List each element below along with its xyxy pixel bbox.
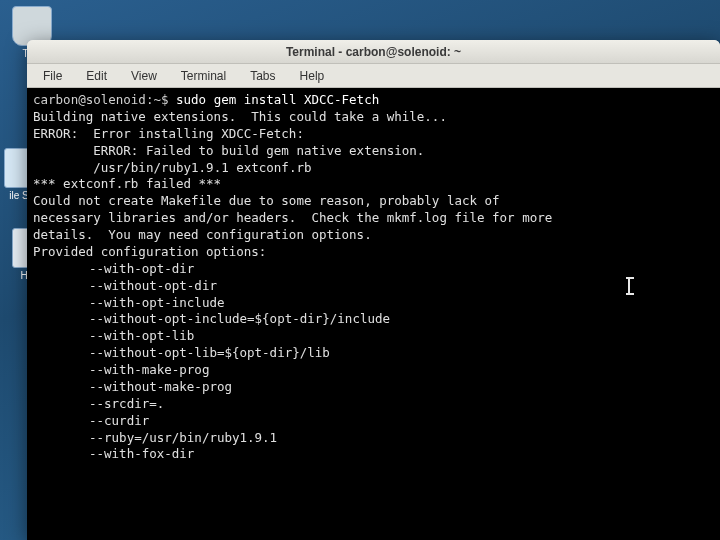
output-line: Provided configuration options: [33, 244, 714, 261]
output-line: necessary libraries and/or headers. Chec… [33, 210, 714, 227]
prompt-line: carbon@solenoid:~$ sudo gem install XDCC… [33, 92, 714, 109]
config-option: --with-opt-dir [33, 261, 714, 278]
output-line: ERROR: Error installing XDCC-Fetch: [33, 126, 714, 143]
terminal-output[interactable]: carbon@solenoid:~$ sudo gem install XDCC… [27, 88, 720, 540]
output-line: Building native extensions. This could t… [33, 109, 714, 126]
menubar: File Edit View Terminal Tabs Help [27, 64, 720, 88]
output-line: ERROR: Failed to build gem native extens… [33, 143, 714, 160]
menu-help[interactable]: Help [290, 66, 335, 86]
config-option: --curdir [33, 413, 714, 430]
config-option: --without-opt-include=${opt-dir}/include [33, 311, 714, 328]
config-option: --srcdir=. [33, 396, 714, 413]
config-option: --with-opt-lib [33, 328, 714, 345]
output-line: *** extconf.rb failed *** [33, 176, 714, 193]
config-option: --without-opt-lib=${opt-dir}/lib [33, 345, 714, 362]
menu-view[interactable]: View [121, 66, 167, 86]
config-option: --with-fox-dir [33, 446, 714, 463]
output-line: /usr/bin/ruby1.9.1 extconf.rb [33, 160, 714, 177]
output-line: Could not create Makefile due to some re… [33, 193, 714, 210]
text-cursor-icon [628, 278, 630, 294]
config-option: --with-opt-include [33, 295, 714, 312]
window-title: Terminal - carbon@solenoid: ~ [286, 45, 461, 59]
command-text: sudo gem install XDCC-Fetch [176, 92, 379, 107]
output-line: details. You may need configuration opti… [33, 227, 714, 244]
config-option: --without-opt-dir [33, 278, 714, 295]
config-option: --with-make-prog [33, 362, 714, 379]
prompt: carbon@solenoid:~$ [33, 92, 176, 107]
terminal-window: Terminal - carbon@solenoid: ~ File Edit … [27, 40, 720, 540]
window-titlebar[interactable]: Terminal - carbon@solenoid: ~ [27, 40, 720, 64]
menu-edit[interactable]: Edit [76, 66, 117, 86]
config-option: --without-make-prog [33, 379, 714, 396]
menu-terminal[interactable]: Terminal [171, 66, 236, 86]
menu-tabs[interactable]: Tabs [240, 66, 285, 86]
menu-file[interactable]: File [33, 66, 72, 86]
config-option: --ruby=/usr/bin/ruby1.9.1 [33, 430, 714, 447]
